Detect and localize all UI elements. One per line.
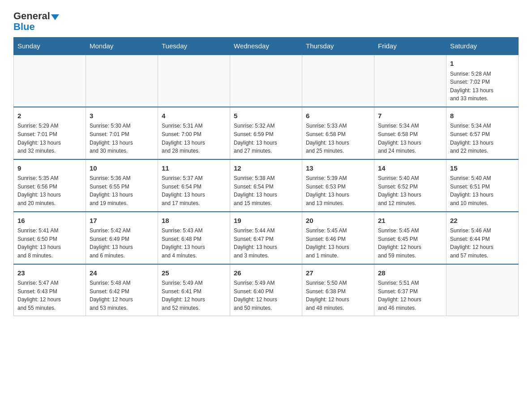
calendar-week-row: 1Sunrise: 5:28 AMSunset: 7:02 PMDaylight…: [14, 55, 519, 107]
day-info: Sunrise: 5:36 AMSunset: 6:55 PMDaylight:…: [90, 174, 154, 207]
day-info: Sunrise: 5:45 AMSunset: 6:45 PMDaylight:…: [378, 227, 442, 260]
day-number: 10: [90, 163, 154, 174]
day-number: 11: [162, 163, 226, 174]
day-info: Sunrise: 5:33 AMSunset: 6:58 PMDaylight:…: [306, 122, 370, 155]
calendar-cell: 4Sunrise: 5:31 AMSunset: 7:00 PMDaylight…: [158, 107, 230, 159]
day-info: Sunrise: 5:40 AMSunset: 6:51 PMDaylight:…: [450, 174, 515, 207]
day-info: Sunrise: 5:34 AMSunset: 6:57 PMDaylight:…: [450, 122, 515, 155]
day-info: Sunrise: 5:37 AMSunset: 6:54 PMDaylight:…: [162, 174, 226, 207]
day-info: Sunrise: 5:38 AMSunset: 6:54 PMDaylight:…: [234, 174, 298, 207]
calendar-cell: [86, 55, 158, 107]
day-number: 27: [306, 268, 370, 278]
calendar-cell: 3Sunrise: 5:30 AMSunset: 7:01 PMDaylight…: [86, 107, 158, 159]
day-number: 8: [450, 111, 515, 121]
day-info: Sunrise: 5:43 AMSunset: 6:48 PMDaylight:…: [162, 227, 226, 260]
calendar-cell: 28Sunrise: 5:51 AMSunset: 6:37 PMDayligh…: [374, 264, 446, 316]
day-number: 25: [162, 268, 226, 278]
calendar-week-row: 9Sunrise: 5:35 AMSunset: 6:56 PMDaylight…: [14, 159, 519, 212]
day-info: Sunrise: 5:42 AMSunset: 6:49 PMDaylight:…: [90, 227, 154, 260]
day-info: Sunrise: 5:34 AMSunset: 6:58 PMDaylight:…: [378, 122, 442, 155]
day-info: Sunrise: 5:35 AMSunset: 6:56 PMDaylight:…: [17, 174, 82, 207]
logo: General Blue: [13, 9, 60, 33]
col-friday: Friday: [374, 38, 446, 55]
day-number: 18: [162, 216, 226, 226]
calendar-week-row: 2Sunrise: 5:29 AMSunset: 7:01 PMDaylight…: [14, 107, 519, 159]
col-sunday: Sunday: [14, 38, 86, 55]
day-number: 9: [17, 163, 82, 174]
day-info: Sunrise: 5:39 AMSunset: 6:53 PMDaylight:…: [306, 174, 370, 207]
day-number: 23: [17, 268, 82, 278]
calendar-cell: 14Sunrise: 5:40 AMSunset: 6:52 PMDayligh…: [374, 159, 446, 212]
day-info: Sunrise: 5:50 AMSunset: 6:38 PMDaylight:…: [306, 279, 370, 312]
calendar-cell: 20Sunrise: 5:45 AMSunset: 6:46 PMDayligh…: [302, 212, 374, 264]
col-monday: Monday: [86, 38, 158, 55]
day-number: 15: [450, 163, 515, 174]
day-info: Sunrise: 5:41 AMSunset: 6:50 PMDaylight:…: [17, 227, 82, 260]
calendar-cell: 9Sunrise: 5:35 AMSunset: 6:56 PMDaylight…: [14, 159, 86, 212]
day-info: Sunrise: 5:46 AMSunset: 6:44 PMDaylight:…: [450, 227, 515, 260]
calendar-cell: 11Sunrise: 5:37 AMSunset: 6:54 PMDayligh…: [158, 159, 230, 212]
day-number: 21: [378, 216, 442, 226]
calendar-cell: 5Sunrise: 5:32 AMSunset: 6:59 PMDaylight…: [230, 107, 302, 159]
calendar-header-row: Sunday Monday Tuesday Wednesday Thursday…: [14, 38, 519, 55]
calendar-cell: 7Sunrise: 5:34 AMSunset: 6:58 PMDaylight…: [374, 107, 446, 159]
day-number: 17: [90, 216, 154, 226]
day-info: Sunrise: 5:45 AMSunset: 6:46 PMDaylight:…: [306, 227, 370, 260]
calendar-cell: 16Sunrise: 5:41 AMSunset: 6:50 PMDayligh…: [14, 212, 86, 264]
day-info: Sunrise: 5:48 AMSunset: 6:42 PMDaylight:…: [90, 279, 154, 312]
calendar-cell: 6Sunrise: 5:33 AMSunset: 6:58 PMDaylight…: [302, 107, 374, 159]
calendar-cell: 8Sunrise: 5:34 AMSunset: 6:57 PMDaylight…: [446, 107, 519, 159]
calendar-cell: [374, 55, 446, 107]
day-number: 24: [90, 268, 154, 278]
calendar-cell: [158, 55, 230, 107]
calendar-cell: [302, 55, 374, 107]
day-number: 1: [450, 59, 515, 69]
day-info: Sunrise: 5:31 AMSunset: 7:00 PMDaylight:…: [162, 122, 226, 155]
day-info: Sunrise: 5:28 AMSunset: 7:02 PMDaylight:…: [450, 70, 515, 103]
day-number: 4: [162, 111, 226, 121]
calendar-cell: 13Sunrise: 5:39 AMSunset: 6:53 PMDayligh…: [302, 159, 374, 212]
day-number: 14: [378, 163, 442, 174]
calendar-cell: 27Sunrise: 5:50 AMSunset: 6:38 PMDayligh…: [302, 264, 374, 316]
calendar-cell: 21Sunrise: 5:45 AMSunset: 6:45 PMDayligh…: [374, 212, 446, 264]
calendar-cell: 2Sunrise: 5:29 AMSunset: 7:01 PMDaylight…: [14, 107, 86, 159]
day-number: 13: [306, 163, 370, 174]
col-thursday: Thursday: [302, 38, 374, 55]
day-number: 22: [450, 216, 515, 226]
day-info: Sunrise: 5:49 AMSunset: 6:41 PMDaylight:…: [162, 279, 226, 312]
day-info: Sunrise: 5:30 AMSunset: 7:01 PMDaylight:…: [90, 122, 154, 155]
day-number: 20: [306, 216, 370, 226]
day-info: Sunrise: 5:29 AMSunset: 7:01 PMDaylight:…: [17, 122, 82, 155]
logo-general-text: General: [13, 11, 50, 21]
calendar-cell: 24Sunrise: 5:48 AMSunset: 6:42 PMDayligh…: [86, 264, 158, 316]
page-header: General Blue: [13, 9, 519, 33]
calendar-cell: 10Sunrise: 5:36 AMSunset: 6:55 PMDayligh…: [86, 159, 158, 212]
calendar-cell: [14, 55, 86, 107]
calendar-week-row: 23Sunrise: 5:47 AMSunset: 6:43 PMDayligh…: [14, 264, 519, 316]
calendar-cell: 22Sunrise: 5:46 AMSunset: 6:44 PMDayligh…: [446, 212, 519, 264]
day-number: 6: [306, 111, 370, 121]
day-info: Sunrise: 5:49 AMSunset: 6:40 PMDaylight:…: [234, 279, 298, 312]
calendar-week-row: 16Sunrise: 5:41 AMSunset: 6:50 PMDayligh…: [14, 212, 519, 264]
day-number: 12: [234, 163, 298, 174]
logo-triangle-icon: [51, 14, 59, 20]
calendar-cell: 26Sunrise: 5:49 AMSunset: 6:40 PMDayligh…: [230, 264, 302, 316]
day-number: 7: [378, 111, 442, 121]
calendar-cell: 18Sunrise: 5:43 AMSunset: 6:48 PMDayligh…: [158, 212, 230, 264]
calendar-cell: 25Sunrise: 5:49 AMSunset: 6:41 PMDayligh…: [158, 264, 230, 316]
calendar-cell: [230, 55, 302, 107]
calendar-table: Sunday Monday Tuesday Wednesday Thursday…: [13, 37, 519, 316]
day-number: 19: [234, 216, 298, 226]
day-info: Sunrise: 5:44 AMSunset: 6:47 PMDaylight:…: [234, 227, 298, 260]
day-number: 26: [234, 268, 298, 278]
calendar-cell: [446, 264, 519, 316]
day-info: Sunrise: 5:51 AMSunset: 6:37 PMDaylight:…: [378, 279, 442, 312]
day-info: Sunrise: 5:47 AMSunset: 6:43 PMDaylight:…: [17, 279, 82, 312]
day-number: 3: [90, 111, 154, 121]
calendar-cell: 17Sunrise: 5:42 AMSunset: 6:49 PMDayligh…: [86, 212, 158, 264]
logo-blue-text: Blue: [13, 21, 35, 32]
day-info: Sunrise: 5:40 AMSunset: 6:52 PMDaylight:…: [378, 174, 442, 207]
calendar-cell: 23Sunrise: 5:47 AMSunset: 6:43 PMDayligh…: [14, 264, 86, 316]
day-number: 5: [234, 111, 298, 121]
day-number: 16: [17, 216, 82, 226]
